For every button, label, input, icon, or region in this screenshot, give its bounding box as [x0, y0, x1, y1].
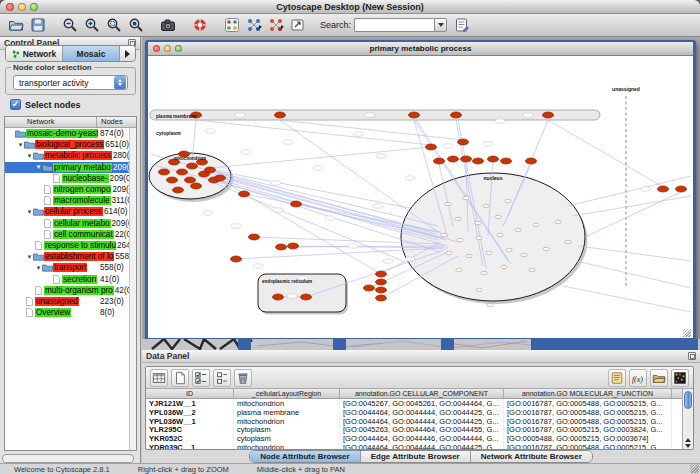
tree-row[interactable]: unassigned223(0)	[5, 296, 136, 307]
network-edge[interactable]	[280, 120, 463, 140]
expand-arrow-icon[interactable]: ▼	[26, 153, 33, 159]
gene-node[interactable]	[473, 158, 484, 164]
gene-node[interactable]	[205, 167, 216, 173]
gene-node[interactable]	[288, 243, 299, 249]
gene-node[interactable]	[301, 294, 312, 300]
attribute-row[interactable]: YPL036W__1mitochondrion[GO:0044464, GO:0…	[146, 417, 682, 426]
attribute-cell[interactable]: cytoplasm	[234, 425, 340, 434]
nuclear-gene-node[interactable]	[475, 221, 481, 225]
attribute-cell[interactable]: YLR295C	[146, 425, 234, 434]
gene-node[interactable]	[173, 187, 184, 193]
attribute-cell[interactable]: [GO:0016787, GO:0005488, GO:0005215, G..…	[504, 408, 672, 417]
gene-node[interactable]	[231, 256, 242, 262]
attribute-row[interactable]: YKR052Ccytoplasm[GO:0044464, GO:0044446,…	[146, 434, 682, 443]
nuclear-gene-node[interactable]	[529, 268, 535, 272]
tree-row[interactable]: cellular metabo209(0)	[5, 218, 136, 229]
minimize-button[interactable]	[18, 3, 26, 11]
tree-scrollbar[interactable]	[129, 128, 136, 450]
attribute-cell[interactable]: mitochondrion	[234, 417, 340, 426]
window-titlebar[interactable]: Cytoscape Desktop (New Session)	[0, 0, 700, 14]
gene-node[interactable]	[185, 177, 196, 183]
search-input[interactable]	[354, 18, 434, 32]
gene-node[interactable]	[409, 112, 420, 118]
tab-network[interactable]: Network	[6, 46, 63, 61]
window-resize-grip[interactable]	[690, 464, 699, 473]
attribute-cell[interactable]: YDR039C__1	[146, 443, 234, 450]
nuclear-gene-node[interactable]	[506, 248, 512, 252]
node-color-dropdown[interactable]: transporter activity	[13, 75, 128, 90]
attribute-row[interactable]: YLR295Ccytoplasm[GO:0045263, GO:0044464,…	[146, 425, 682, 434]
search-options-icon[interactable]	[452, 16, 471, 35]
gene-node[interactable]	[676, 186, 687, 192]
save-session-icon[interactable]	[28, 16, 47, 35]
network-edge[interactable]	[578, 246, 691, 261]
column-header[interactable]: annotation.GO CELLULAR_COMPONENT	[340, 389, 504, 398]
expand-arrow-icon[interactable]: ▼	[17, 142, 24, 148]
gene-node[interactable]	[273, 294, 284, 300]
snapshot-icon[interactable]	[158, 16, 177, 35]
gene-node[interactable]	[276, 244, 287, 250]
search-dropdown-arrow-icon[interactable]	[434, 18, 447, 32]
network-edge[interactable]	[563, 286, 691, 312]
expand-arrow-icon[interactable]: ▼	[26, 254, 33, 260]
nuclear-gene-node[interactable]	[463, 196, 469, 200]
gene-node[interactable]	[426, 144, 437, 150]
zoom-button[interactable]	[30, 3, 38, 11]
tree-row[interactable]: ▼metabolic process280(0)	[5, 150, 136, 161]
attribute-cell[interactable]: mitochondrion	[234, 399, 340, 408]
gene-node[interactable]	[187, 163, 198, 169]
zoom-out-icon[interactable]	[60, 16, 79, 35]
gene-node[interactable]	[376, 271, 387, 277]
network-canvas[interactable]: plasma membranecytoplasmmitochondrionnuc…	[148, 56, 691, 337]
attribute-table-icon[interactable]	[150, 369, 168, 387]
nuclear-gene-node[interactable]	[445, 202, 451, 206]
network-edge[interactable]	[212, 170, 410, 208]
gene-node[interactable]	[376, 279, 387, 285]
attribute-cell[interactable]: YKR052C	[146, 434, 234, 443]
tree-row[interactable]: ▼cellular process614(0)	[5, 206, 136, 217]
tree-row[interactable]: response to stimulu264(0)	[5, 240, 136, 251]
attribute-row[interactable]: YDR039C__1mitochondrion[GO:0044464, GO:0…	[146, 443, 682, 450]
attribute-cell[interactable]: YPL036W__2	[146, 408, 234, 417]
attribute-cell[interactable]: [GO:0005488, GO:0005215, GO:0003674]	[504, 434, 672, 443]
tree-row[interactable]: ▼transport558(0)	[5, 262, 136, 273]
attribute-cell[interactable]: [GO:0044464, GO:0044446, GO:0044444, G..…	[340, 434, 504, 443]
attribute-cell[interactable]: [GO:0044464, GO:0044444, GO:0044425, G..…	[340, 408, 504, 417]
function-builder-icon[interactable]: f(x)	[629, 369, 647, 387]
tree-row[interactable]: Overview8(0)	[5, 307, 136, 318]
attribute-cell[interactable]: plasma membrane	[234, 408, 340, 417]
minimize-view-button[interactable]	[164, 45, 171, 52]
nuclear-gene-node[interactable]	[455, 217, 461, 221]
float-data-panel-icon[interactable]	[688, 352, 696, 360]
gene-node[interactable]	[543, 112, 554, 118]
delete-attribute-icon[interactable]	[234, 369, 252, 387]
nuclear-gene-node[interactable]	[497, 233, 503, 237]
gene-node[interactable]	[458, 139, 469, 145]
nuclear-gene-node[interactable]	[495, 215, 501, 219]
gene-node[interactable]	[658, 186, 669, 192]
nuclear-gene-node[interactable]	[456, 268, 462, 272]
nuclear-gene-node[interactable]	[481, 271, 487, 275]
layout-red-icon[interactable]	[266, 16, 285, 35]
gene-node[interactable]	[159, 169, 170, 175]
zoom-selected-icon[interactable]	[104, 16, 123, 35]
gene-node[interactable]	[167, 177, 178, 183]
graphics-details-icon[interactable]	[222, 16, 241, 35]
nuclear-gene-node[interactable]	[533, 223, 539, 227]
gene-node[interactable]	[434, 158, 445, 164]
select-nodes-checkbox[interactable]: ✓	[10, 99, 21, 110]
nuclear-gene-node[interactable]	[476, 236, 482, 240]
close-view-button[interactable]	[153, 45, 160, 52]
tab-edge-attribute-browser[interactable]: Edge Attribute Browser	[361, 451, 471, 462]
gene-node[interactable]	[249, 234, 260, 240]
attribute-cell[interactable]: cytoplasm	[234, 434, 340, 443]
column-header[interactable]: _cellularLayoutRegion	[234, 389, 340, 398]
gene-node[interactable]	[275, 112, 286, 118]
attribute-cell[interactable]: [GO:0044464, GO:0044444, GO:0044425, G..…	[340, 417, 504, 426]
nuclear-gene-node[interactable]	[441, 233, 447, 237]
network-edge[interactable]	[576, 261, 691, 288]
scroll-up-icon[interactable]	[685, 435, 691, 442]
gene-node[interactable]	[364, 285, 375, 291]
gene-node[interactable]	[488, 156, 499, 162]
annotation-icon[interactable]	[288, 16, 307, 35]
